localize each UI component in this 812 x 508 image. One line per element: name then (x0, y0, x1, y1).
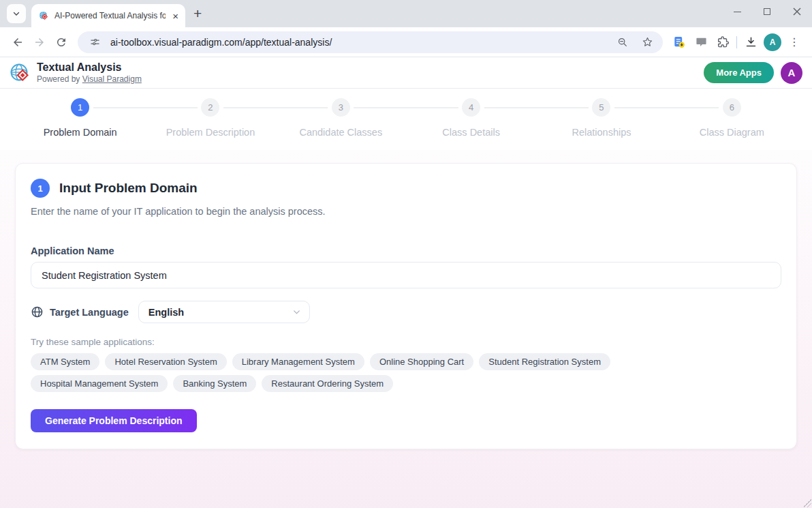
tab-title: AI-Powered Textual Analysis for (54, 11, 166, 20)
stepper-step-problem-description[interactable]: 2 Problem Description (145, 98, 275, 138)
step-label: Class Details (442, 127, 500, 138)
application-name-input[interactable] (31, 262, 781, 288)
selected-language: English (149, 307, 292, 318)
target-language-row: Target Language English (31, 301, 781, 323)
sample-chip-student-registration-system[interactable]: Student Registration System (479, 353, 610, 370)
app-user-avatar[interactable]: A (781, 62, 802, 84)
magnifier-minus-icon (617, 37, 628, 48)
maximize-icon (764, 8, 770, 15)
card-heading-row: 1 Input Problem Domain (31, 179, 781, 198)
visual-paradigm-favicon-icon (38, 10, 49, 21)
titlebar: AI-Powered Textual Analysis for × + (0, 0, 812, 27)
bookmark-button[interactable] (638, 33, 656, 51)
step-number-badge: 1 (31, 179, 50, 198)
stepper-step-relationships[interactable]: 5 Relationships (536, 98, 666, 138)
window-controls (722, 0, 812, 23)
puzzle-piece-icon (717, 35, 730, 48)
step-label: Relationships (572, 127, 631, 138)
forward-button[interactable] (29, 31, 50, 53)
url-bar[interactable]: ai-toolbox.visual-paradigm.com/app/textu… (78, 31, 663, 53)
extensions-button[interactable] (712, 31, 734, 53)
visual-paradigm-link[interactable]: Visual Paradigm (82, 74, 142, 84)
window-minimize-button[interactable] (722, 0, 752, 23)
app-title-block: Textual Analysis Powered by Visual Parad… (37, 61, 142, 83)
step-circle: 5 (592, 98, 610, 117)
stepper-step-class-details[interactable]: 4 Class Details (406, 98, 536, 138)
step-label: Problem Domain (44, 127, 117, 138)
url-text[interactable]: ai-toolbox.visual-paradigm.com/app/textu… (110, 37, 607, 48)
site-info-button[interactable] (86, 33, 104, 51)
browser-window: AI-Powered Textual Analysis for × + (0, 0, 812, 508)
step-circle: 6 (723, 98, 741, 117)
application-name-label: Application Name (31, 245, 781, 256)
samples-label: Try these sample applications: (31, 337, 781, 347)
step-label: Problem Description (166, 127, 255, 138)
toolbar-separator (736, 36, 737, 48)
app-title: Textual Analysis (37, 61, 142, 74)
header-right: More Apps A (704, 62, 802, 84)
stepper: 1 Problem Domain 2 Problem Description 3… (0, 89, 812, 150)
visual-paradigm-logo-icon (10, 62, 31, 84)
reload-icon (55, 36, 67, 48)
sample-chip-library-management-system[interactable]: Library Management System (232, 353, 364, 370)
sample-chip-banking-system[interactable]: Banking System (173, 375, 256, 392)
tune-sliders-icon (90, 37, 100, 47)
close-icon (793, 8, 801, 16)
minimize-icon (734, 12, 741, 12)
star-outline-icon (642, 36, 653, 48)
stepper-step-class-diagram[interactable]: 6 Class Diagram (667, 98, 797, 138)
sample-chip-hotel-reservation-system[interactable]: Hotel Reservation System (105, 353, 226, 370)
page-title: Input Problem Domain (59, 181, 198, 196)
card-subtitle: Enter the name of your IT application to… (31, 206, 781, 217)
browser-menu-button[interactable]: ⋮ (783, 31, 805, 53)
step-circle: 3 (332, 98, 350, 117)
chevron-down-icon (292, 308, 301, 316)
window-maximize-button[interactable] (752, 0, 782, 23)
arrow-left-icon (12, 36, 24, 48)
speech-bubble-icon (696, 36, 707, 48)
sample-chip-atm-system[interactable]: ATM System (31, 353, 99, 370)
step-circle: 4 (462, 98, 480, 117)
target-language-label: Target Language (50, 307, 129, 318)
stepper-step-candidate-classes[interactable]: 3 Candidate Classes (276, 98, 406, 138)
generate-problem-description-button[interactable]: Generate Problem Description (31, 409, 197, 432)
browser-toolbar: ai-toolbox.visual-paradigm.com/app/textu… (0, 27, 812, 57)
download-arrow-icon (745, 35, 758, 48)
reload-button[interactable] (50, 31, 72, 53)
step-label: Class Diagram (700, 127, 764, 138)
sample-chips: ATM System Hotel Reservation System Libr… (31, 353, 719, 392)
chevron-down-icon (12, 10, 20, 18)
stepper-step-problem-domain[interactable]: 1 Problem Domain (15, 98, 145, 138)
document-download-icon (672, 35, 686, 49)
extension-doc-button[interactable] (668, 31, 690, 53)
arrow-right-icon (33, 36, 46, 48)
feedback-button[interactable] (690, 31, 712, 53)
step-circle: 2 (201, 98, 219, 117)
sample-chip-online-shopping-cart[interactable]: Online Shopping Cart (370, 353, 473, 370)
input-problem-domain-card: 1 Input Problem Domain Enter the name of… (15, 163, 797, 449)
window-resize-grip[interactable] (803, 499, 811, 507)
powered-by: Powered by Visual Paradigm (37, 74, 142, 84)
sample-chip-hospital-management-system[interactable]: Hospital Management System (31, 375, 168, 392)
step-circle: 1 (71, 98, 89, 117)
tab-close-icon[interactable]: × (171, 10, 180, 23)
zoom-button[interactable] (614, 33, 631, 51)
more-apps-button[interactable]: More Apps (704, 62, 774, 83)
sample-chip-restaurant-ordering-system[interactable]: Restaurant Ordering System (262, 375, 393, 392)
window-close-button[interactable] (782, 0, 812, 23)
globe-icon (31, 305, 44, 318)
step-label: Candidate Classes (299, 127, 382, 138)
back-button[interactable] (7, 31, 29, 53)
downloads-button[interactable] (740, 31, 762, 53)
page-background: 1 Input Problem Domain Enter the name of… (0, 150, 812, 508)
tab-search-button[interactable] (7, 4, 26, 23)
target-language-select[interactable]: English (138, 301, 310, 323)
browser-profile-avatar[interactable]: A (764, 33, 781, 51)
browser-tab[interactable]: AI-Powered Textual Analysis for × (31, 4, 185, 27)
new-tab-button[interactable]: + (193, 5, 202, 22)
app-header: Textual Analysis Powered by Visual Parad… (0, 57, 812, 89)
